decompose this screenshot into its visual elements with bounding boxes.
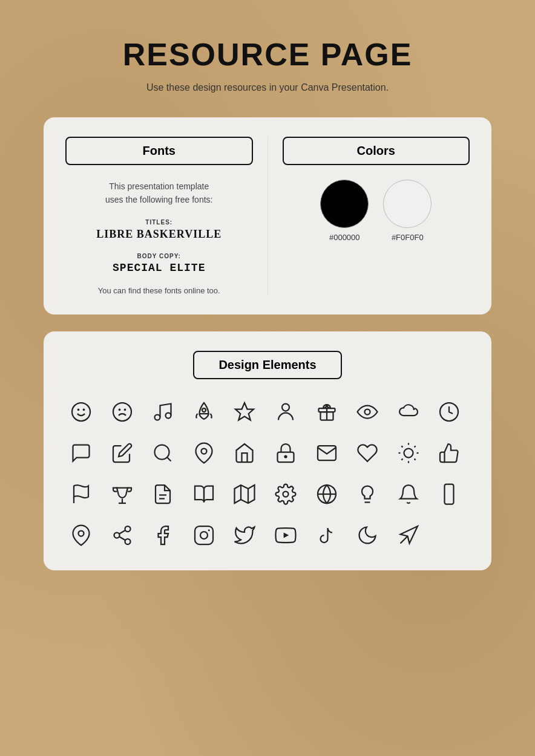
page-title: RESOURCE PAGE — [123, 36, 413, 73]
person-icon — [270, 396, 301, 428]
smiley-icon — [65, 396, 97, 428]
fonts-header: Fonts — [65, 137, 253, 165]
svg-line-44 — [119, 530, 125, 534]
instagram-icon — [188, 520, 220, 551]
cloud-icon — [393, 396, 424, 428]
svg-point-15 — [155, 445, 169, 459]
titles-font-name: LIBRE BASKERVILLE — [65, 228, 253, 241]
lock-icon — [270, 437, 301, 469]
sun-icon — [393, 437, 424, 469]
svg-rect-37 — [445, 484, 454, 504]
sad-icon — [107, 396, 138, 428]
svg-line-43 — [119, 536, 125, 540]
svg-rect-45 — [195, 526, 213, 544]
flag-icon — [65, 478, 97, 510]
search-icon — [147, 437, 179, 469]
svg-point-6 — [155, 414, 160, 420]
body-label: BODY COPY: — [65, 253, 253, 259]
page-subtitle: Use these design resources in your Canva… — [146, 82, 389, 93]
colors-section: Colors #000000 #F0F0F0 — [268, 137, 470, 295]
gift-icon — [311, 396, 343, 428]
colors-swatches: #000000 #F0F0F0 — [283, 180, 470, 242]
svg-point-1 — [78, 409, 79, 410]
svg-point-47 — [208, 529, 210, 531]
color-code-black: #000000 — [329, 233, 360, 242]
design-elements-header: Design Elements — [193, 351, 341, 379]
home-icon — [229, 437, 260, 469]
fonts-colors-card: Fonts This presentation templateuses the… — [44, 117, 491, 314]
color-code-white: #F0F0F0 — [392, 233, 424, 242]
phone-icon — [433, 478, 465, 510]
color-swatch-white: #F0F0F0 — [383, 180, 432, 242]
book-icon — [188, 478, 220, 510]
color-circle-white — [383, 180, 432, 228]
svg-point-2 — [84, 409, 85, 410]
facebook-icon — [147, 520, 179, 551]
moon-icon — [352, 520, 383, 551]
fonts-description: This presentation templateuses the follo… — [65, 180, 253, 207]
colors-header: Colors — [283, 137, 470, 165]
svg-point-10 — [282, 403, 289, 411]
heart-icon — [352, 437, 383, 469]
svg-point-19 — [404, 448, 413, 457]
rocket-icon — [188, 396, 220, 428]
thumbsup-icon — [433, 437, 465, 469]
color-circle-black — [320, 180, 369, 228]
map-icon — [229, 478, 260, 510]
body-font-name: SPECIAL ELITE — [65, 262, 253, 274]
svg-point-3 — [113, 403, 131, 421]
globe-icon — [311, 478, 343, 510]
svg-point-5 — [124, 409, 125, 410]
svg-point-34 — [283, 491, 288, 497]
titles-label: TITLES: — [65, 219, 253, 226]
fonts-section: Fonts This presentation templateuses the… — [65, 137, 268, 295]
svg-point-8 — [202, 408, 206, 412]
svg-point-13 — [365, 409, 370, 414]
fonts-footer: You can find these fonts online too. — [65, 286, 253, 295]
bell-icon — [393, 478, 424, 510]
music-icon — [147, 396, 179, 428]
settings-icon — [270, 478, 301, 510]
location-icon — [65, 520, 97, 551]
icons-grid — [65, 396, 470, 551]
chat-icon — [65, 437, 97, 469]
svg-marker-31 — [235, 485, 255, 503]
svg-line-22 — [401, 446, 402, 447]
youtube-icon — [270, 520, 301, 551]
color-swatch-black: #000000 — [320, 180, 369, 242]
share-icon — [107, 520, 138, 551]
svg-point-0 — [72, 403, 90, 421]
trophy-icon — [107, 478, 138, 510]
svg-marker-9 — [235, 403, 254, 420]
svg-line-26 — [401, 458, 402, 460]
svg-line-23 — [414, 458, 415, 460]
clock-icon — [433, 396, 465, 428]
svg-point-39 — [79, 530, 84, 536]
mail-icon — [311, 437, 343, 469]
svg-point-41 — [114, 532, 119, 538]
svg-marker-48 — [284, 532, 289, 538]
star-icon — [229, 396, 260, 428]
svg-point-46 — [200, 532, 208, 539]
svg-point-7 — [166, 412, 171, 418]
design-elements-card: Design Elements — [44, 331, 491, 570]
bulb-icon — [352, 478, 383, 510]
pin-icon — [188, 437, 220, 469]
svg-point-42 — [125, 539, 130, 544]
tiktok-icon — [311, 520, 343, 551]
eye-icon — [352, 396, 383, 428]
document-icon — [147, 478, 179, 510]
svg-point-4 — [119, 409, 120, 410]
svg-point-16 — [201, 448, 206, 454]
svg-line-27 — [414, 446, 415, 447]
twitter-icon — [229, 520, 260, 551]
svg-point-40 — [125, 526, 130, 532]
pencil-icon — [107, 437, 138, 469]
svg-point-18 — [284, 455, 286, 457]
megaphone-icon — [393, 520, 424, 551]
